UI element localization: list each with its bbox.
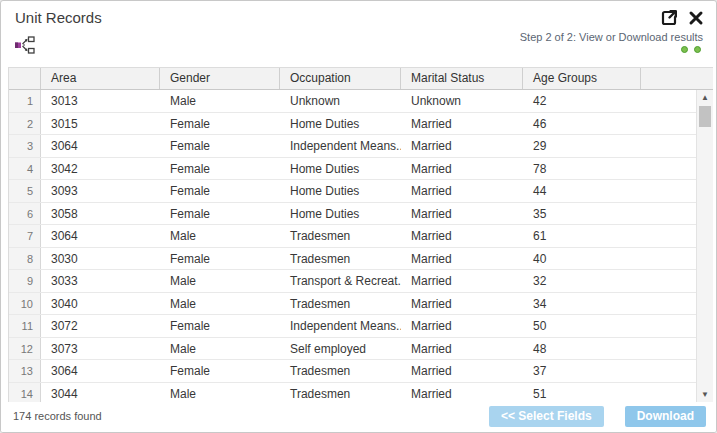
scrollbar-thumb[interactable]: [699, 106, 711, 127]
cell-marital-status: Married: [401, 203, 523, 225]
cell-marital-status: Unknown: [401, 90, 523, 112]
cell-area: 3030: [41, 248, 160, 270]
row-number: 6: [9, 203, 41, 225]
cell-age-groups: 37: [523, 360, 641, 382]
table-row[interactable]: 103040MaleTradesmenMarried34: [9, 293, 696, 316]
cell-gender: Female: [160, 158, 280, 180]
cell-marital-status: Married: [401, 383, 523, 404]
scroll-down-arrow-icon[interactable]: ▼: [697, 389, 713, 401]
dialog-title: Unit Records: [15, 9, 102, 26]
row-number: 12: [9, 338, 41, 360]
cell-marital-status: Married: [401, 293, 523, 315]
cell-gender: Male: [160, 225, 280, 247]
row-number: 13: [9, 360, 41, 382]
step-indicator-text: Step 2 of 2: View or Download results: [520, 31, 703, 43]
row-number: 2: [9, 113, 41, 135]
column-header-gender[interactable]: Gender: [160, 68, 280, 89]
cell-marital-status: Married: [401, 338, 523, 360]
cell-area: 3013: [41, 90, 160, 112]
scroll-up-arrow-icon[interactable]: ▲: [697, 92, 713, 104]
grid-header-row: AreaGenderOccupationMarital StatusAge Gr…: [9, 68, 713, 90]
cell-area: 3064: [41, 360, 160, 382]
row-number: 5: [9, 180, 41, 202]
cell-area: 3064: [41, 135, 160, 157]
row-number: 7: [9, 225, 41, 247]
cell-gender: Female: [160, 113, 280, 135]
cell-area: 3058: [41, 203, 160, 225]
cell-marital-status: Married: [401, 158, 523, 180]
column-header-marital-status[interactable]: Marital Status: [401, 68, 523, 89]
records-found-text: 174 records found: [13, 410, 102, 422]
row-number: 9: [9, 270, 41, 292]
unit-record-relation-icon: [14, 35, 36, 55]
close-button[interactable]: [687, 9, 705, 27]
row-number: 10: [9, 293, 41, 315]
table-row[interactable]: 73064MaleTradesmenMarried61: [9, 225, 696, 248]
open-in-new-window-button[interactable]: [660, 9, 678, 27]
cell-marital-status: Married: [401, 180, 523, 202]
cell-gender: Male: [160, 383, 280, 404]
download-button[interactable]: Download: [625, 406, 706, 427]
unit-records-dialog: Unit Records Step 2 of 2: View or Downlo…: [0, 0, 717, 433]
row-number: 3: [9, 135, 41, 157]
step-dot-1: [681, 46, 688, 53]
column-header-occupation[interactable]: Occupation: [280, 68, 401, 89]
cell-age-groups: 51: [523, 383, 641, 404]
cell-occupation: Tradesmen: [280, 360, 401, 382]
row-number: 8: [9, 248, 41, 270]
record-relations-button[interactable]: [14, 35, 36, 55]
open-in-new-window-icon: [660, 9, 678, 27]
table-row[interactable]: 43042FemaleHome DutiesMarried78: [9, 158, 696, 181]
row-number: 1: [9, 90, 41, 112]
table-row[interactable]: 23015FemaleHome DutiesMarried46: [9, 113, 696, 136]
cell-area: 3015: [41, 113, 160, 135]
cell-gender: Female: [160, 180, 280, 202]
cell-marital-status: Married: [401, 360, 523, 382]
cell-gender: Male: [160, 293, 280, 315]
cell-occupation: Home Duties: [280, 158, 401, 180]
cell-occupation: Self employed: [280, 338, 401, 360]
cell-gender: Female: [160, 315, 280, 337]
cell-age-groups: 48: [523, 338, 641, 360]
table-row[interactable]: 93033MaleTransport & Recreat...Married32: [9, 270, 696, 293]
cell-occupation: Home Duties: [280, 203, 401, 225]
vertical-scrollbar[interactable]: ▲ ▼: [696, 90, 713, 403]
table-row[interactable]: 123073MaleSelf employedMarried48: [9, 338, 696, 361]
step-dot-2: [694, 46, 701, 53]
table-row[interactable]: 33064FemaleIndependent Means...Married29: [9, 135, 696, 158]
cell-occupation: Unknown: [280, 90, 401, 112]
cell-occupation: Independent Means...: [280, 135, 401, 157]
cell-area: 3072: [41, 315, 160, 337]
cell-gender: Male: [160, 338, 280, 360]
cell-gender: Male: [160, 270, 280, 292]
cell-gender: Female: [160, 248, 280, 270]
cell-occupation: Tradesmen: [280, 383, 401, 404]
grid-body: 13013MaleUnknownUnknown4223015FemaleHome…: [9, 90, 696, 403]
table-row[interactable]: 13013MaleUnknownUnknown42: [9, 90, 696, 113]
cell-age-groups: 44: [523, 180, 641, 202]
table-row[interactable]: 83030FemaleTradesmenMarried40: [9, 248, 696, 271]
cell-occupation: Tradesmen: [280, 225, 401, 247]
table-row[interactable]: 63058FemaleHome DutiesMarried35: [9, 203, 696, 226]
table-row[interactable]: 143044MaleTradesmenMarried51: [9, 383, 696, 404]
cell-marital-status: Married: [401, 248, 523, 270]
cell-area: 3033: [41, 270, 160, 292]
cell-marital-status: Married: [401, 113, 523, 135]
column-header-filler: [641, 68, 713, 89]
cell-age-groups: 61: [523, 225, 641, 247]
cell-marital-status: Married: [401, 270, 523, 292]
cell-age-groups: 32: [523, 270, 641, 292]
cell-age-groups: 50: [523, 315, 641, 337]
table-row[interactable]: 53093FemaleHome DutiesMarried44: [9, 180, 696, 203]
step-status-dots: [681, 46, 701, 53]
cell-occupation: Independent Means...: [280, 315, 401, 337]
table-row[interactable]: 133064FemaleTradesmenMarried37: [9, 360, 696, 383]
column-header-age-groups[interactable]: Age Groups: [523, 68, 641, 89]
table-row[interactable]: 113072FemaleIndependent Means...Married5…: [9, 315, 696, 338]
cell-occupation: Transport & Recreat...: [280, 270, 401, 292]
row-number: 11: [9, 315, 41, 337]
select-fields-button[interactable]: << Select Fields: [489, 406, 604, 427]
cell-area: 3042: [41, 158, 160, 180]
cell-occupation: Home Duties: [280, 180, 401, 202]
column-header-area[interactable]: Area: [41, 68, 160, 89]
